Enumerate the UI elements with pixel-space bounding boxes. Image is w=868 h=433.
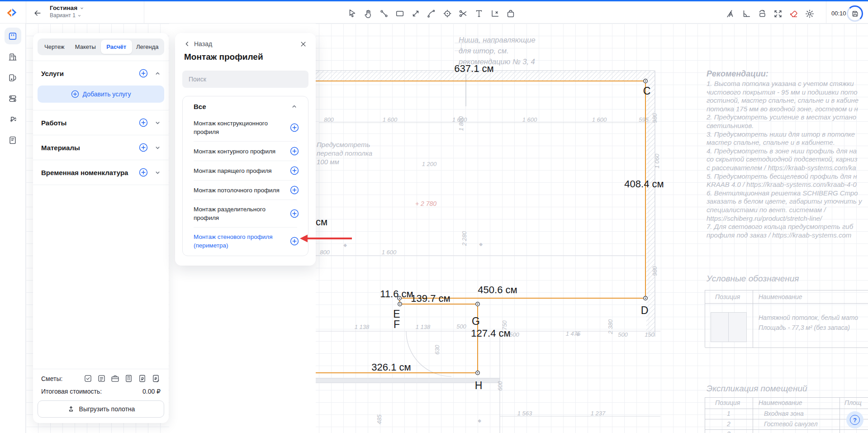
dimension-icon (490, 9, 500, 19)
target-tool-button[interactable] (442, 9, 452, 19)
rectangle-tool-button[interactable] (395, 9, 405, 19)
search-input[interactable] (182, 71, 308, 88)
curve-icon (427, 9, 436, 19)
plus-circle-icon[interactable] (290, 237, 299, 246)
estimate-list-icon[interactable] (97, 374, 106, 383)
tab-raschet[interactable]: Расчёт (101, 40, 132, 54)
expand-tool-button[interactable] (773, 9, 783, 19)
toolbar: Гостиная Вариант 1 (0, 1, 868, 24)
bag-tool-button[interactable] (506, 9, 516, 19)
ruble-doc-icon[interactable] (138, 374, 147, 383)
group-all-header[interactable]: Все (183, 96, 308, 114)
curve-tool-button[interactable] (427, 9, 436, 19)
chevron-left-icon (184, 41, 190, 47)
section-materials[interactable]: Материалы (33, 135, 169, 160)
sidebar-item-notes[interactable] (5, 132, 21, 148)
plus-circle-icon[interactable] (139, 69, 148, 78)
plus-circle-icon[interactable] (290, 123, 299, 132)
chevron-down-icon (77, 14, 81, 18)
diagonal-arrow-icon (411, 9, 421, 19)
section-services[interactable]: Услуги (33, 61, 169, 86)
chevron-down-icon[interactable] (154, 119, 161, 126)
add-service-label: Добавить услугу (83, 90, 131, 98)
variant-name: Вариант 1 (50, 12, 76, 19)
calculation-panel: Чертеж Макеты Расчёт Легенда Услуги Доба… (33, 33, 169, 423)
plus-circle-icon[interactable] (290, 209, 299, 218)
document-icon (8, 135, 18, 145)
list-item-divider-profile[interactable]: Монтаж разделительного профиля (183, 200, 308, 227)
variant-switcher[interactable]: Вариант 1 (50, 12, 84, 19)
rotate-icon (757, 9, 767, 19)
estimates-row: Сметы: (33, 369, 169, 383)
chevron-up-icon[interactable] (154, 70, 161, 76)
polyline-tool-button[interactable] (379, 9, 389, 19)
list-item-floating-profile[interactable]: Монтаж парящего профиля (183, 161, 308, 180)
scissors-tool-button[interactable] (458, 9, 468, 19)
eraser-tool-button[interactable] (789, 9, 799, 19)
list-item-contour-profile[interactable]: Монтаж контурного профиля (183, 142, 308, 161)
labels-toggle-button[interactable] (726, 9, 735, 19)
back-button[interactable] (32, 7, 43, 19)
right-tool-group (726, 3, 815, 24)
tab-makety[interactable]: Макеты (70, 40, 101, 54)
chevron-down-icon[interactable] (154, 169, 161, 176)
modal-title: Монтаж профилей (184, 52, 263, 62)
list-item-wall-perimeter-profile[interactable]: Монтаж стенового профиля (периметра) (183, 228, 308, 255)
list-item-ceiling-profile[interactable]: Монтаж потолочного профиля (183, 181, 308, 200)
question-icon: ? (850, 415, 860, 425)
ruble-doc-edit-icon[interactable] (151, 374, 161, 383)
profiles-list-card: Все Монтаж конструкционного профиля Монт… (182, 96, 308, 256)
project-switcher[interactable]: Гостиная (50, 5, 84, 11)
project-name: Гостиная (50, 5, 77, 11)
text-tool-button[interactable] (474, 9, 484, 19)
help-button[interactable]: ? (846, 411, 863, 428)
eraser-icon (789, 9, 799, 19)
tab-legenda[interactable]: Легенда (132, 40, 163, 54)
tool-group (347, 3, 516, 24)
scissors-icon (458, 9, 468, 19)
dimension-tool-button[interactable] (490, 9, 500, 19)
sidebar-item-building[interactable] (5, 48, 21, 65)
label-a-icon (726, 9, 735, 19)
section-works[interactable]: Работы (33, 110, 169, 135)
list-item-structural-profile[interactable]: Монтаж конструкционного профиля (183, 114, 308, 141)
chevron-down-icon[interactable] (154, 144, 161, 151)
chevron-up-icon[interactable] (291, 104, 297, 110)
plus-circle-icon[interactable] (290, 147, 299, 156)
components-icon (8, 94, 18, 104)
add-service-button[interactable]: Добавить услугу (38, 86, 164, 103)
plus-circle-icon[interactable] (139, 168, 148, 177)
angle-tool-button[interactable] (741, 9, 751, 19)
modal-back-label: Назад (194, 40, 212, 48)
angle-ruler-icon (741, 9, 751, 19)
sidebar-item-materials[interactable] (5, 69, 21, 86)
line-tool-button[interactable] (411, 9, 421, 19)
modal-back-button[interactable]: Назад (184, 40, 212, 48)
app-logo-icon[interactable] (5, 6, 19, 19)
tab-chertezh[interactable]: Чертеж (39, 40, 70, 54)
rotate-tool-button[interactable] (757, 9, 767, 19)
plus-circle-icon[interactable] (139, 143, 148, 152)
export-button[interactable]: Выгрузить полотна (38, 400, 164, 418)
plus-circle-icon[interactable] (139, 118, 148, 127)
ruble-pricing-icon (8, 114, 18, 124)
pan-tool-button[interactable] (363, 9, 373, 19)
breadcrumb: Гостиная Вариант 1 (50, 5, 84, 19)
estimate-check-icon[interactable] (83, 374, 93, 383)
section-temporary[interactable]: Временная номенклатура (33, 160, 169, 185)
plus-circle-icon[interactable] (290, 166, 299, 175)
sidebar-item-canvas[interactable] (5, 28, 21, 44)
plus-circle-icon[interactable] (290, 186, 299, 195)
briefcase-icon[interactable] (110, 374, 120, 383)
modal-close-button[interactable] (298, 38, 308, 49)
save-button[interactable] (847, 5, 863, 22)
sidebar-item-pricing[interactable] (5, 111, 21, 128)
select-tool-button[interactable] (347, 9, 357, 19)
arrow-left-icon (33, 9, 42, 18)
settings-button[interactable] (805, 9, 815, 19)
total-value: 0.00 ₽ (142, 388, 161, 395)
receipt-icon[interactable] (124, 374, 133, 383)
polyline-icon (379, 9, 389, 19)
section-label: Услуги (41, 70, 139, 77)
sidebar-item-components[interactable] (5, 90, 21, 107)
